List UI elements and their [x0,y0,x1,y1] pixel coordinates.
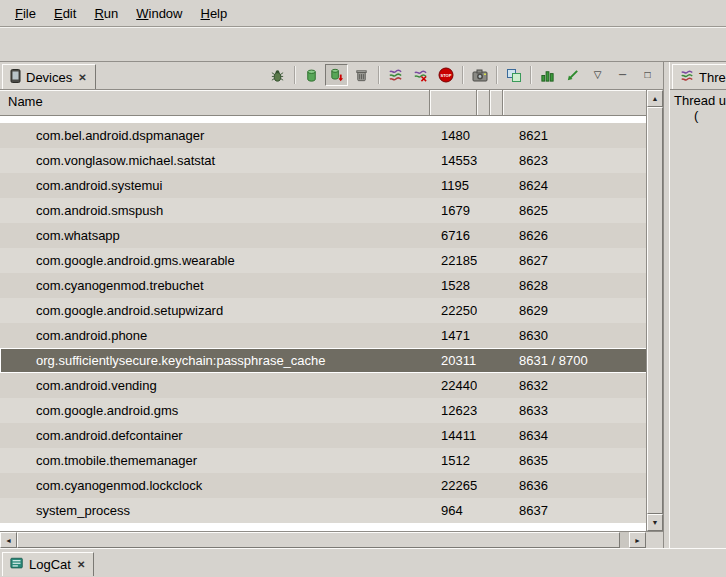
tab-logcat-label: LogCat [29,557,71,572]
cell-port: 8629 [503,298,647,323]
minimize-button[interactable]: ─ [611,64,634,86]
column-header-port[interactable] [503,90,647,115]
table-row[interactable]: com.android.vending224408632 [0,373,647,398]
view-menu-button[interactable]: ▽ [586,64,609,86]
cell-name: com.vonglasow.michael.satstat [0,148,430,173]
scroll-down-button[interactable]: ▼ [647,514,663,531]
table-row[interactable]: system_process9648637 [0,498,647,523]
table-row[interactable]: com.android.systemui11958624 [0,173,647,198]
table-row[interactable]: com.google.android.gms.wearable221858627 [0,248,647,273]
table-row[interactable]: com.android.phone14718630 [0,323,647,348]
table-row[interactable]: com.vonglasow.michael.satstat145538623 [0,148,647,173]
column-header-pid[interactable] [430,90,477,115]
dump-hprof-button[interactable] [325,64,348,86]
tab-devices-label: Devices [26,70,72,85]
cell-name: com.bel.android.dspmanager [0,123,430,148]
tab-devices[interactable]: Devices ✕ [2,64,96,89]
maximize-button[interactable]: □ [636,64,659,86]
cell-spacer [477,423,490,448]
horizontal-scrollbar[interactable]: ◄ ► [0,531,663,548]
start-method-profiling-icon [540,68,555,83]
cell-pid: 1679 [430,198,477,223]
scroll-left-button[interactable]: ◄ [0,532,17,548]
cell-spacer [477,498,490,523]
cell-pid: 22265 [430,473,477,498]
cell-spacer [490,373,503,398]
cell-name: com.android.smspush [0,198,430,223]
menu-run[interactable]: Run [85,3,127,24]
cell-spacer [477,298,490,323]
cell-port: 8637 [503,498,647,523]
cell-port: 8623 [503,148,647,173]
cell-spacer [490,398,503,423]
cell-pid: 20311 [430,348,477,373]
column-header-empty[interactable] [490,90,503,115]
cell-spacer [477,123,490,148]
bottom-tabbar: LogCat ✕ [0,548,726,577]
cause-gc-button[interactable] [350,64,373,86]
screen-capture-button[interactable] [468,64,491,86]
update-threads-button[interactable] [384,64,407,86]
hierarchy-view-button[interactable] [502,64,525,86]
menu-window[interactable]: Window [127,3,191,24]
cell-spacer [477,398,490,423]
cell-name: com.android.vending [0,373,430,398]
toolbar-separator [496,66,497,84]
threads-content: Thread up ( [670,90,726,548]
dump-hprof-icon [329,68,344,83]
cell-name: com.google.android.setupwizard [0,298,430,323]
close-icon[interactable]: ✕ [77,72,87,83]
debug-process-button[interactable] [266,64,289,86]
cell-name: com.google.android.gms [0,398,430,423]
cell-spacer [477,348,490,373]
table-row[interactable]: com.google.android.setupwizard222508629 [0,298,647,323]
dump-threads-icon [413,68,428,83]
menu-file[interactable]: File [6,3,45,24]
toolbar-separator [378,66,379,84]
tab-logcat[interactable]: LogCat ✕ [2,552,94,576]
capture-trace-button[interactable] [561,64,584,86]
table-row[interactable]: com.bel.android.dspmanager14808621 [0,123,647,148]
cell-port: 8635 [503,448,647,473]
scroll-up-button[interactable]: ▲ [647,90,663,107]
cell-name: com.google.android.gms.wearable [0,248,430,273]
vertical-scroll-thumb[interactable] [647,107,663,514]
cell-spacer [490,448,503,473]
menu-help[interactable]: Help [191,3,236,24]
table-row[interactable]: com.whatsapp67168626 [0,223,647,248]
cell-pid: 1512 [430,448,477,473]
svg-text:STOP: STOP [440,73,451,78]
cell-port: 8630 [503,323,647,348]
maximize-icon: □ [644,70,650,80]
tab-threads[interactable]: Threads [672,64,726,89]
table-row[interactable]: com.android.defcontainer144118634 [0,423,647,448]
column-header-name[interactable]: Name [0,90,430,115]
screen-capture-icon [472,68,488,83]
dump-threads-button[interactable] [409,64,432,86]
cell-port: 8634 [503,423,647,448]
table-row[interactable]: org.sufficientlysecure.keychain:passphra… [0,348,647,373]
debug-process-icon [270,68,285,83]
cell-spacer [477,473,490,498]
cell-spacer [490,248,503,273]
horizontal-scroll-thumb[interactable] [17,532,620,548]
logcat-icon [10,557,24,573]
close-icon[interactable]: ✕ [76,559,86,570]
stop-process-button[interactable]: STOP [434,64,457,86]
table-row[interactable]: com.cyanogenmod.lockclock222658636 [0,473,647,498]
table-row[interactable]: com.android.smspush16798625 [0,198,647,223]
start-method-profiling-button[interactable] [536,64,559,86]
table-row[interactable]: com.tmobile.thememanager15128635 [0,448,647,473]
main-toolbar [0,27,726,62]
update-heap-button[interactable] [300,64,323,86]
cell-spacer [477,323,490,348]
column-header-empty[interactable] [477,90,490,115]
table-row[interactable]: com.cyanogenmod.trebuchet15288628 [0,273,647,298]
table-row[interactable]: com.google.android.gms126238633 [0,398,647,423]
menu-edit[interactable]: Edit [45,3,85,24]
devices-toolbar: STOP ▽ [266,61,663,89]
vertical-scrollbar[interactable]: ▲ ▼ [646,90,663,531]
scroll-right-button[interactable]: ► [629,532,646,548]
cell-spacer [490,498,503,523]
tab-threads-label: Threads [699,70,726,85]
